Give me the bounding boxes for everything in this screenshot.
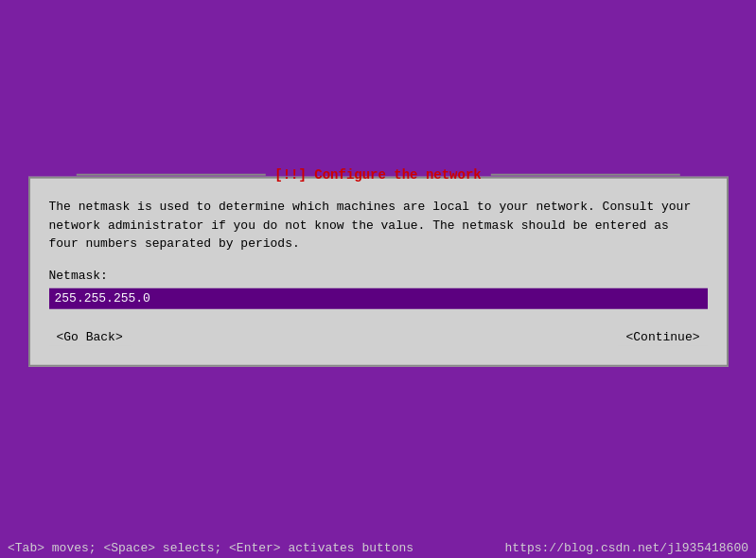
field-label: Netmask: <box>49 268 708 282</box>
url-text: https://blog.csdn.net/jl935418600 <box>505 541 748 555</box>
dialog-content: The netmask is used to determine which m… <box>30 179 727 365</box>
continue-button[interactable]: <Continue> <box>618 327 707 345</box>
title-line-right <box>491 174 680 176</box>
button-row: <Go Back> <Continue> <box>49 323 708 349</box>
title-bar: [!!] Configure the network <box>76 167 679 183</box>
status-bar: <Tab> moves; <Space> selects; <Enter> ac… <box>0 537 756 558</box>
dialog-title: [!!] Configure the network <box>271 167 484 183</box>
go-back-button[interactable]: <Go Back> <box>49 327 131 345</box>
title-line-left <box>76 174 265 176</box>
netmask-input[interactable] <box>49 288 708 308</box>
dialog-outer: [!!] Configure the network The netmask i… <box>28 177 729 367</box>
dialog-box: [!!] Configure the network The netmask i… <box>28 177 729 367</box>
description-text: The netmask is used to determine which m… <box>49 198 708 253</box>
status-hint: <Tab> moves; <Space> selects; <Enter> ac… <box>8 541 413 555</box>
